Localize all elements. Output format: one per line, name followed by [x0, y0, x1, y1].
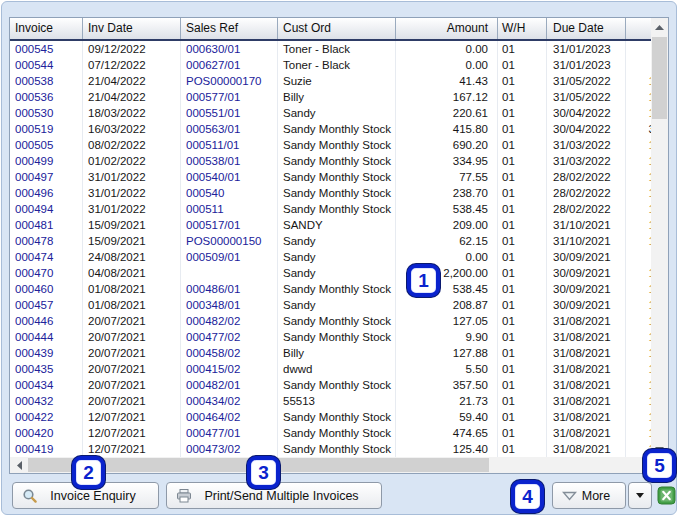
amount-cell: 59.40 — [396, 409, 498, 425]
due-date-cell: 31/08/2021 — [547, 409, 626, 425]
cust-ord-cell: 55513 — [278, 393, 396, 409]
inv-date-cell: 04/08/2021 — [83, 265, 181, 281]
due-date-cell: 30/09/2021 — [547, 249, 626, 265]
chevron-left-icon[interactable] — [11, 458, 27, 472]
wh-cell: 01 — [498, 297, 547, 313]
wh-cell: 01 — [498, 393, 547, 409]
invoice-cell: 000538 — [10, 73, 83, 89]
column-header-sales-ref[interactable]: Sales Ref — [181, 18, 278, 39]
invoice-cell: 000420 — [10, 425, 83, 441]
invoice-enquiry-label: Invoice Enquiry — [38, 489, 158, 503]
table-row[interactable]: 000494 31/01/2022 000511 Sandy Monthly S… — [10, 201, 651, 217]
inv-date-cell: 16/03/2022 — [83, 121, 181, 137]
invoice-cell: 000497 — [10, 169, 83, 185]
table-row[interactable]: 000499 01/02/2022 000538/01 Sandy Monthl… — [10, 153, 651, 169]
overflow-cell: 1 — [626, 105, 651, 121]
inv-date-cell: 31/01/2022 — [83, 185, 181, 201]
table-row[interactable]: 000457 01/08/2021 000348/01 Sandy 208.87… — [10, 297, 651, 313]
overflow-cell: 1 — [626, 265, 651, 281]
inv-date-cell: 09/12/2022 — [83, 41, 181, 57]
sales-ref-cell: 000509/01 — [181, 249, 278, 265]
inv-date-cell: 12/07/2021 — [83, 441, 181, 457]
table-row[interactable]: 000432 20/07/2021 000434/02 55513 21.73 … — [10, 393, 651, 409]
column-header-amount[interactable]: Amount — [396, 18, 498, 39]
table-row[interactable]: 000538 21/04/2022 POS00000170 Suzie 41.4… — [10, 73, 651, 89]
amount-cell: 9.90 — [396, 329, 498, 345]
column-header-overflow[interactable] — [626, 18, 651, 39]
table-row[interactable]: 000435 20/07/2021 000415/02 dwwd 5.50 01… — [10, 361, 651, 377]
more-menu-button[interactable] — [628, 482, 652, 509]
invoice-cell: 000519 — [10, 121, 83, 137]
table-row[interactable]: 000478 15/09/2021 POS00000150 Sandy 62.1… — [10, 233, 651, 249]
overflow-cell — [626, 57, 651, 73]
invoice-cell: 000434 — [10, 377, 83, 393]
table-row[interactable]: 000544 07/12/2022 000627/01 Toner - Blac… — [10, 57, 651, 73]
due-date-cell: 31/08/2021 — [547, 441, 626, 457]
overflow-cell — [626, 249, 651, 265]
due-date-cell: 30/04/2022 — [547, 121, 626, 137]
vertical-scrollbar-thumb[interactable] — [652, 37, 667, 119]
cust-ord-cell: Sandy Monthly Stock — [278, 281, 396, 297]
table-row[interactable]: 000419 12/07/2021 000473/02 Sandy Monthl… — [10, 441, 651, 457]
amount-cell: 0.00 — [396, 57, 498, 73]
cust-ord-cell: Sandy Monthly Stock — [278, 329, 396, 345]
table-row[interactable]: 000536 21/04/2022 000577/01 Billy 167.12… — [10, 89, 651, 105]
sales-ref-cell: 000538/01 — [181, 153, 278, 169]
table-row[interactable]: 000439 20/07/2021 000458/02 Billy 127.88… — [10, 345, 651, 361]
due-date-cell: 28/02/2022 — [547, 185, 626, 201]
table-row[interactable]: 000519 16/03/2022 000563/01 Sandy Monthl… — [10, 121, 651, 137]
column-header-cust-ord[interactable]: Cust Ord — [278, 18, 396, 39]
table-row[interactable]: 000530 18/03/2022 000551/01 Sandy 220.61… — [10, 105, 651, 121]
cust-ord-cell: dwwd — [278, 361, 396, 377]
horizontal-scrollbar[interactable] — [10, 457, 651, 473]
chevron-up-icon[interactable] — [652, 19, 667, 35]
table-row[interactable]: 000481 15/09/2021 000517/01 SANDY 209.00… — [10, 217, 651, 233]
table-row[interactable]: 000470 04/08/2021 Sandy 2,200.00 01 30/0… — [10, 265, 651, 281]
invoice-cell: 000435 — [10, 361, 83, 377]
more-button[interactable]: More — [552, 482, 626, 509]
vertical-scrollbar[interactable] — [651, 18, 668, 457]
callout-badge-1: 1 — [407, 264, 440, 297]
inv-date-cell: 21/04/2022 — [83, 73, 181, 89]
sales-ref-cell: 000434/02 — [181, 393, 278, 409]
sales-ref-cell: POS00000150 — [181, 233, 278, 249]
inv-date-cell: 20/07/2021 — [83, 313, 181, 329]
wh-cell: 01 — [498, 121, 547, 137]
inv-date-cell: 31/01/2022 — [83, 169, 181, 185]
inv-date-cell: 01/02/2022 — [83, 153, 181, 169]
cust-ord-cell: Sandy Monthly Stock — [278, 137, 396, 153]
table-row[interactable]: 000460 01/08/2021 000486/01 Sandy Monthl… — [10, 281, 651, 297]
wh-cell: 01 — [498, 137, 547, 153]
invoice-cell: 000544 — [10, 57, 83, 73]
amount-cell: 127.88 — [396, 345, 498, 361]
table-row[interactable]: 000497 31/01/2022 000540/01 Sandy Monthl… — [10, 169, 651, 185]
table-row[interactable]: 000496 31/01/2022 000540 Sandy Monthly S… — [10, 185, 651, 201]
table-row[interactable]: 000446 20/07/2021 000482/02 Sandy Monthl… — [10, 313, 651, 329]
cust-ord-cell: Sandy Monthly Stock — [278, 121, 396, 137]
wh-cell: 01 — [498, 217, 547, 233]
table-row[interactable]: 000420 12/07/2021 000477/01 Sandy Monthl… — [10, 425, 651, 441]
wh-cell: 01 — [498, 329, 547, 345]
export-to-excel-button[interactable] — [654, 483, 678, 508]
overflow-cell: 1 — [626, 393, 651, 409]
table-row[interactable]: 000444 20/07/2021 000477/02 Sandy Monthl… — [10, 329, 651, 345]
wh-cell: 01 — [498, 265, 547, 281]
column-header-wh[interactable]: W/H — [498, 18, 547, 39]
table-row[interactable]: 000422 12/07/2021 000464/02 Sandy Monthl… — [10, 409, 651, 425]
column-header-inv-date[interactable]: Inv Date — [83, 18, 181, 39]
print-send-label: Print/Send Multiple Invoices — [192, 489, 381, 503]
table-row[interactable]: 000474 24/08/2021 000509/01 Sandy 0.00 0… — [10, 249, 651, 265]
inv-date-cell: 31/01/2022 — [83, 201, 181, 217]
table-row[interactable]: 000434 20/07/2021 000482/01 Sandy Monthl… — [10, 377, 651, 393]
invoice-cell: 000536 — [10, 89, 83, 105]
cust-ord-cell: Sandy Monthly Stock — [278, 377, 396, 393]
column-header-invoice[interactable]: Invoice — [10, 18, 83, 39]
invoice-cell: 000470 — [10, 265, 83, 281]
table-row[interactable]: 000505 08/02/2022 000511/01 Sandy Monthl… — [10, 137, 651, 153]
column-header-due-date[interactable]: Due Date — [547, 18, 626, 39]
due-date-cell: 31/08/2021 — [547, 313, 626, 329]
cust-ord-cell: Sandy Monthly Stock — [278, 169, 396, 185]
cust-ord-cell: Sandy — [278, 265, 396, 281]
table-row[interactable]: 000545 09/12/2022 000630/01 Toner - Blac… — [10, 41, 651, 57]
amount-cell: 125.40 — [396, 441, 498, 457]
